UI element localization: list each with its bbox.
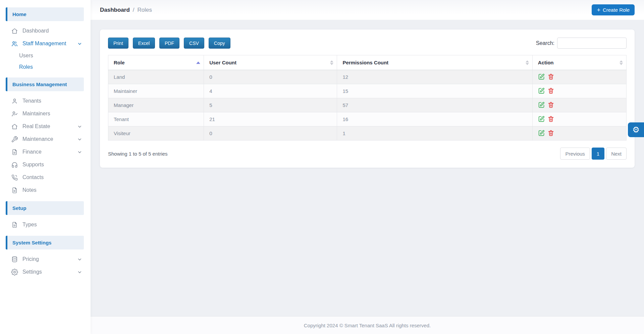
cell-role: Tenant [108, 112, 204, 126]
edit-role-button[interactable] [538, 115, 545, 123]
page-1-button[interactable]: 1 [592, 148, 604, 160]
sidebar: HomeDashboardStaff ManagementUsersRolesB… [0, 0, 91, 334]
column-header-permissions-count[interactable]: Permissions Count [337, 55, 532, 70]
edit-icon [538, 129, 545, 137]
sidebar-section-system-settings: System Settings [6, 236, 84, 249]
edit-role-button[interactable] [538, 87, 545, 95]
sidebar-section-label: System Settings [12, 240, 52, 245]
delete-role-button[interactable] [547, 87, 554, 95]
sidebar-subitem-users[interactable]: Users [0, 50, 91, 61]
create-role-label: Create Role [603, 7, 630, 13]
delete-role-button[interactable] [547, 129, 554, 137]
sidebar-item-contacts[interactable]: Contacts [0, 171, 91, 184]
sidebar-item-maintenance[interactable]: Maintenance [0, 133, 91, 146]
edit-role-button[interactable] [538, 129, 545, 137]
create-role-button[interactable]: + Create Role [592, 4, 635, 15]
wrench-icon [11, 136, 18, 143]
sidebar-item-label: Maintenance [22, 136, 53, 142]
trash-icon [547, 129, 554, 137]
chevron-down-icon [77, 149, 83, 155]
table-row: Maintainer415 [108, 84, 627, 98]
edit-icon [538, 73, 545, 81]
breadcrumb-current: Roles [138, 7, 152, 13]
edit-icon [538, 87, 545, 95]
sort-asc-icon [196, 61, 200, 64]
sidebar-item-finance[interactable]: Finance [0, 146, 91, 158]
cell-role: Maintainer [108, 84, 204, 98]
search-input[interactable] [557, 38, 627, 49]
previous-page-button[interactable]: Previous [560, 148, 590, 160]
sidebar-subitem-roles[interactable]: Roles [0, 61, 91, 73]
cell-action [532, 70, 626, 84]
breadcrumb-dashboard[interactable]: Dashboard [100, 7, 130, 13]
trash-icon [547, 87, 554, 95]
sidebar-section-label: Business Management [12, 81, 67, 87]
roles-card: PrintExcelPDFCSVCopy Search: RoleUser Co… [100, 30, 635, 168]
sidebar-item-pricing[interactable]: Pricing [0, 253, 91, 266]
cell-action [532, 112, 626, 126]
export-pdf-button[interactable]: PDF [159, 38, 179, 49]
headset-icon [11, 161, 18, 168]
cell-role: Visiteur [108, 126, 204, 141]
sidebar-section-setup: Setup [6, 201, 84, 215]
search-label: Search: [536, 40, 554, 46]
gear-icon: ⚙ [632, 126, 640, 134]
sidebar-item-settings[interactable]: Settings [0, 266, 91, 278]
page-number-group: 1 [592, 148, 604, 160]
sort-both-icon [330, 60, 333, 65]
main-area: Dashboard / Roles + Create Role PrintExc… [91, 0, 644, 334]
breadcrumb-separator: / [133, 7, 135, 13]
table-row: Visiteur01 [108, 126, 627, 141]
export-csv-button[interactable]: CSV [184, 38, 204, 49]
pagination: Previous 1 Next [560, 148, 627, 160]
next-page-button[interactable]: Next [606, 148, 627, 160]
column-header-role[interactable]: Role [108, 55, 204, 70]
export-excel-button[interactable]: Excel [133, 38, 155, 49]
table-row: Tenant2116 [108, 112, 627, 126]
cell-user-count: 4 [204, 84, 337, 98]
chevron-down-icon [77, 257, 83, 262]
sidebar-section-label: Home [12, 11, 26, 17]
edit-role-button[interactable] [538, 101, 545, 109]
table-bottom: Showing 1 to 5 of 5 entries Previous 1 N… [108, 148, 627, 160]
home-icon [11, 27, 18, 35]
sidebar-item-dashboard[interactable]: Dashboard [0, 24, 91, 37]
trash-icon [547, 101, 554, 109]
gear-icon [11, 269, 18, 276]
sidebar-item-supports[interactable]: Supports [0, 158, 91, 171]
delete-role-button[interactable] [547, 73, 554, 81]
sidebar-item-real-estate[interactable]: Real Estate [0, 120, 91, 133]
export-copy-button[interactable]: Copy [209, 38, 230, 49]
floating-settings-button[interactable]: ⚙ [628, 122, 644, 137]
edit-role-button[interactable] [538, 73, 545, 81]
sidebar-item-tenants[interactable]: Tenants [0, 95, 91, 107]
cell-user-count: 0 [204, 126, 337, 141]
sidebar-section-home: Home [6, 7, 84, 21]
delete-role-button[interactable] [547, 115, 554, 123]
person-icon [11, 98, 18, 105]
search-wrap: Search: [536, 38, 627, 49]
column-header-action[interactable]: Action [532, 55, 626, 70]
delete-role-button[interactable] [547, 101, 554, 109]
sidebar-item-maintainers[interactable]: Maintainers [0, 107, 91, 120]
edit-icon [538, 101, 545, 109]
sidebar-nav: HomeDashboardStaff ManagementUsersRolesB… [0, 7, 91, 278]
sidebar-item-label: Tenants [22, 98, 41, 104]
export-print-button[interactable]: Print [108, 38, 128, 49]
sidebar-item-label: Notes [22, 187, 37, 193]
sidebar-item-label: Pricing [22, 256, 39, 262]
cell-user-count: 21 [204, 112, 337, 126]
chevron-down-icon [77, 41, 83, 47]
document-icon [11, 187, 18, 194]
trash-icon [547, 115, 554, 123]
sidebar-item-notes[interactable]: Notes [0, 184, 91, 197]
sidebar-item-staff-management[interactable]: Staff Management [0, 37, 91, 50]
sidebar-item-types[interactable]: Types [0, 218, 91, 231]
cell-role: Land [108, 70, 204, 84]
person-check-icon [11, 110, 18, 117]
cell-user-count: 5 [204, 98, 337, 112]
column-header-user-count[interactable]: User Count [204, 55, 337, 70]
cell-permissions-count: 57 [337, 98, 532, 112]
sidebar-item-label: Staff Management [22, 41, 66, 47]
table-row: Land012 [108, 70, 627, 84]
